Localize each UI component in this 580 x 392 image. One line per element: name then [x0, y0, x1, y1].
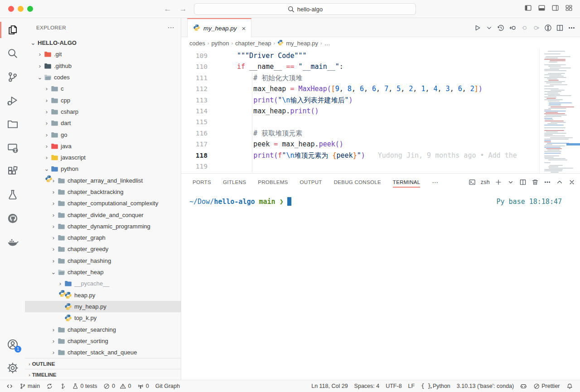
- more-actions-icon[interactable]: [544, 179, 551, 186]
- tree-item-chapter-hashing[interactable]: ›chapter_hashing: [25, 255, 181, 266]
- panel-tab-gitlens[interactable]: GITLENS: [223, 174, 246, 191]
- new-terminal-icon[interactable]: [495, 179, 502, 186]
- chevron-right-icon[interactable]: ›: [43, 131, 50, 138]
- code-line-109[interactable]: 109"""Driver Code""": [181, 50, 539, 61]
- code-line-111[interactable]: 111 # 初始化大顶堆: [181, 73, 539, 83]
- code-line-110[interactable]: 110if __name__ == "__main__":: [181, 61, 539, 72]
- chevron-right-icon[interactable]: ›: [43, 154, 50, 161]
- tree-item-javascript[interactable]: ›javascript: [25, 152, 181, 163]
- chevron-right-icon[interactable]: ›: [43, 85, 50, 92]
- forward-icon[interactable]: →: [179, 5, 188, 14]
- chevron-right-icon[interactable]: ›: [50, 189, 57, 195]
- panel-tab-ports[interactable]: PORTS: [193, 174, 211, 191]
- minimap[interactable]: [539, 49, 580, 173]
- chevron-right-icon[interactable]: ›: [50, 200, 57, 207]
- chevron-right-icon[interactable]: ›: [43, 108, 50, 115]
- status-utf-8[interactable]: UTF-8: [383, 381, 404, 391]
- tree-item-chapter-dynamic-programming[interactable]: ›chapter_dynamic_programming: [25, 221, 181, 232]
- tree-item-chapter-stack-and-queue[interactable]: ›chapter_stack_and_queue: [25, 347, 181, 358]
- file-history-icon[interactable]: [497, 24, 505, 32]
- tree-item-chapter-computational-complexity[interactable]: ›chapter_computational_complexity: [25, 198, 181, 209]
- close-panel-icon[interactable]: [568, 179, 575, 186]
- tree-item-chapter-backtracking[interactable]: ›chapter_backtracking: [25, 186, 181, 198]
- window-controls[interactable]: [0, 6, 50, 12]
- activity-search[interactable]: [0, 42, 25, 65]
- toggle-sidebar-left-icon[interactable]: [524, 4, 532, 12]
- terminal[interactable]: ~/Dow/hello-algo main ❯ Py base 18:18:47: [181, 191, 580, 380]
- explorer-more-actions-icon[interactable]: ⋯: [168, 24, 174, 32]
- status-3-10-13-base-conda[interactable]: 3.10.13 ('base': conda): [454, 381, 517, 391]
- chevron-right-icon[interactable]: ›: [50, 349, 57, 356]
- maximize-window-icon[interactable]: [27, 6, 33, 12]
- activity-github[interactable]: [0, 207, 25, 230]
- tree-item--github[interactable]: ›.github: [25, 60, 181, 72]
- file-heap-py[interactable]: heap.py: [25, 290, 181, 301]
- back-icon[interactable]: ←: [163, 5, 172, 14]
- tree-item-python[interactable]: ⌄python: [25, 163, 181, 174]
- status-prettier[interactable]: Prettier: [531, 381, 563, 391]
- status-gitlens-icon[interactable]: [57, 381, 69, 391]
- tree-item-c[interactable]: ›c: [25, 83, 181, 94]
- terminal-icon[interactable]: [469, 179, 476, 186]
- kill-terminal-icon[interactable]: [532, 179, 539, 186]
- chevron-down-icon[interactable]: ⌄: [29, 39, 37, 46]
- tree-item-csharp[interactable]: ›csharp: [25, 106, 181, 117]
- activity-accounts[interactable]: 1: [0, 333, 25, 356]
- chevron-right-icon[interactable]: ›: [43, 120, 50, 126]
- panel-tab-output[interactable]: OUTPUT: [300, 174, 322, 191]
- status-0[interactable]: 0: [135, 381, 151, 391]
- chevron-right-icon[interactable]: ›: [50, 246, 57, 252]
- chevron-right-icon[interactable]: ›: [36, 51, 44, 58]
- tree-item-codes[interactable]: ⌄codes: [25, 72, 181, 83]
- breadcrumb-item[interactable]: python: [211, 40, 229, 47]
- activity-extensions[interactable]: [0, 160, 25, 183]
- command-center-search[interactable]: hello-algo: [194, 3, 416, 15]
- chevron-right-icon[interactable]: ›: [43, 97, 50, 104]
- tree-item-chapter-greedy[interactable]: ›chapter_greedy: [25, 243, 181, 255]
- tree-item-go[interactable]: ›go: [25, 129, 181, 140]
- breadcrumb-item[interactable]: codes: [189, 40, 205, 47]
- toggle-panel-icon[interactable]: [538, 4, 546, 12]
- chevron-down-icon[interactable]: ⌄: [36, 74, 44, 81]
- sidebar-section-outline[interactable]: ›OUTLINE: [25, 358, 181, 369]
- dropdown-chevron-icon[interactable]: [507, 179, 514, 186]
- next-change-icon[interactable]: [532, 24, 540, 32]
- code-line-117[interactable]: 117 peek = max_heap.peek(): [181, 139, 539, 150]
- customize-layout-icon[interactable]: [565, 4, 573, 12]
- breadcrumb-item[interactable]: …: [324, 40, 330, 47]
- status-remote-icon[interactable]: [4, 381, 16, 391]
- activity-docker[interactable]: [0, 230, 25, 254]
- sidebar-section-timeline[interactable]: ›TIMELINE: [25, 369, 181, 380]
- activity-settings[interactable]: [0, 356, 25, 380]
- status-main[interactable]: main: [17, 381, 43, 391]
- open-changes-icon[interactable]: [509, 24, 517, 32]
- minimize-window-icon[interactable]: [18, 6, 24, 12]
- tree-item--git[interactable]: ›.git: [25, 48, 181, 60]
- code-line-118[interactable]: 118 print(f"\n堆顶元素为 {peek}")Yudong Jin, …: [181, 150, 539, 161]
- tab-my-heap[interactable]: my_heap.py ×: [187, 18, 251, 38]
- chevron-right-icon[interactable]: ›: [36, 63, 44, 69]
- tree-item--pycache-[interactable]: ›__pycache__: [25, 278, 181, 289]
- tree-item-chapter-heap[interactable]: ⌄chapter_heap: [25, 266, 181, 278]
- close-window-icon[interactable]: [8, 6, 14, 12]
- status-0-tests[interactable]: 0 tests: [69, 381, 100, 391]
- chevron-down-icon[interactable]: ⌄: [50, 269, 57, 276]
- code-line-114[interactable]: 114 max_heap.print(): [181, 106, 539, 116]
- maximize-panel-icon[interactable]: [556, 179, 563, 186]
- more-actions-icon[interactable]: [568, 24, 575, 32]
- chevron-right-icon[interactable]: ›: [50, 257, 57, 264]
- breadcrumb-item[interactable]: chapter_heap: [235, 40, 271, 47]
- status-bell-icon[interactable]: [564, 381, 576, 391]
- tree-item-chapter-searching[interactable]: ›chapter_searching: [25, 324, 181, 335]
- status-python[interactable]: { }•Python: [418, 381, 453, 391]
- status-ln-118-col-29[interactable]: Ln 118, Col 29: [309, 381, 350, 391]
- tree-item-chapter-graph[interactable]: ›chapter_graph: [25, 232, 181, 243]
- code-line-115[interactable]: 115: [181, 116, 539, 127]
- tree-item-chapter-sorting[interactable]: ›chapter_sorting: [25, 335, 181, 347]
- status-sync-icon[interactable]: [44, 381, 56, 391]
- code-line-112[interactable]: 112 max_heap = MaxHeap([9, 8, 6, 6, 7, 5…: [181, 83, 539, 94]
- tree-item-java[interactable]: ›java: [25, 140, 181, 152]
- panel-tab-debug-console[interactable]: DEBUG CONSOLE: [334, 174, 381, 191]
- chevron-right-icon[interactable]: ›: [50, 338, 57, 344]
- chevron-right-icon[interactable]: ›: [50, 234, 57, 241]
